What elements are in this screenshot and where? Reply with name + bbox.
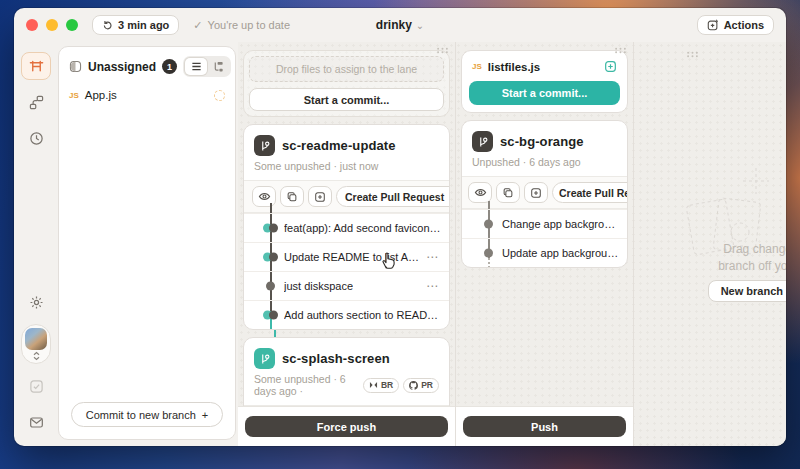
gear-icon	[29, 295, 44, 310]
js-file-icon: JS	[69, 91, 79, 100]
push-button[interactable]: Push	[463, 416, 626, 437]
pr-badge-label: PR	[421, 380, 433, 390]
account-switcher[interactable]	[21, 324, 51, 364]
chevron-updown-icon	[32, 351, 41, 361]
commit-message: Update README to list Anne as primar...	[284, 251, 424, 263]
branch-badge[interactable]: BR	[363, 378, 399, 393]
commit-menu-kebab[interactable]: ⋯	[424, 250, 441, 264]
commit-dot-local-remote	[263, 224, 278, 233]
branch-name: sc-bg-orange	[500, 134, 584, 149]
commit-list: Change app background color t... Update …	[462, 209, 627, 267]
drag-hint-line1: Drag changes	[638, 242, 786, 256]
commit-row[interactable]: feat(app): Add second favicon to web con…	[244, 213, 449, 242]
branches-tab[interactable]	[21, 88, 51, 116]
graph-line-gap	[243, 330, 450, 337]
tasks-button[interactable]	[21, 372, 51, 400]
lane-drag-handle[interactable]	[436, 47, 449, 54]
force-push-button[interactable]: Force push	[245, 416, 448, 437]
lane2-commit-box: JS listfiles.js Start a commit...	[461, 50, 628, 113]
workspace-tab[interactable]	[21, 52, 51, 80]
minimize-window-button[interactable]	[46, 19, 58, 31]
start-commit-button-lane1[interactable]: Start a commit...	[249, 88, 444, 111]
panel-icon	[69, 60, 82, 73]
history-tab[interactable]	[21, 124, 51, 152]
add-dependent-branch-button[interactable]	[524, 182, 548, 203]
list-view-button[interactable]	[185, 58, 207, 75]
commit-message: Update app background color t...	[502, 247, 619, 259]
copy-branch-button[interactable]	[280, 186, 304, 207]
commit-to-new-branch-label: Commit to new branch	[86, 409, 196, 421]
file-name: App.js	[85, 89, 117, 101]
modified-status-icon	[214, 90, 225, 101]
user-avatar	[25, 328, 47, 350]
lane-drag-handle[interactable]	[614, 47, 627, 54]
left-rail	[14, 42, 58, 446]
start-commit-button-lane2[interactable]: Start a commit...	[469, 81, 620, 105]
project-switcher[interactable]: drinky ⌄	[376, 18, 424, 32]
close-window-button[interactable]	[26, 19, 38, 31]
titlebar: 3 min ago ✓ You're up to date drinky ⌄ A…	[14, 8, 786, 42]
main-area: Unassigned 1 JS App.js	[14, 42, 786, 446]
review-eye-button[interactable]	[252, 186, 276, 207]
commit-row[interactable]: Update app background color t...	[462, 238, 627, 267]
branch-action-bar: Create Pull Request ⋯	[244, 180, 449, 213]
create-pull-request-button[interactable]: Create Pull Req...	[552, 182, 628, 203]
feedback-button[interactable]	[21, 408, 51, 436]
js-file-icon: JS	[472, 62, 482, 71]
new-branch-canvas: Drag changes branch off your New branch	[634, 42, 786, 446]
drag-hint-line2: branch off your	[638, 259, 786, 273]
commit-dot-remote	[484, 220, 493, 229]
commit-row[interactable]: just diskspace ⋯	[244, 271, 449, 300]
branch-name: sc-readme-update	[282, 138, 396, 153]
zoom-window-button[interactable]	[66, 19, 78, 31]
actions-button[interactable]: Actions	[697, 15, 774, 35]
app-window: 3 min ago ✓ You're up to date drinky ⌄ A…	[14, 8, 786, 446]
copy-branch-button[interactable]	[496, 182, 520, 203]
branches-icon	[29, 95, 44, 110]
branch-icon	[254, 348, 275, 369]
unassigned-footer: Commit to new branch +	[59, 392, 235, 439]
commit-list: feat(app): Add second favicon to web con…	[244, 213, 449, 329]
commit-to-new-branch-button[interactable]: Commit to new branch +	[71, 402, 223, 427]
lane-drag-handle[interactable]	[686, 51, 699, 58]
file-row-appjs[interactable]: JS App.js	[59, 84, 235, 106]
commit-menu-kebab[interactable]: ⋯	[424, 279, 441, 293]
add-dependent-branch-button[interactable]	[308, 186, 332, 207]
workspace-board: Drop files to assign to the lane Start a…	[238, 42, 786, 446]
branch-meta: Some unpushed · just now	[254, 160, 439, 172]
actions-icon	[707, 19, 719, 31]
branch-card-readme-update: sc-readme-update Some unpushed · just no…	[243, 124, 450, 330]
settings-button[interactable]	[21, 288, 51, 316]
lane1-footer: Force push	[238, 406, 455, 446]
check-square-icon	[29, 379, 44, 394]
branch-card-bg-orange: sc-bg-orange Unpushed · 6 days ago	[461, 120, 628, 268]
graph-line-dotted-tail	[488, 258, 490, 268]
assign-plus-icon[interactable]	[604, 60, 617, 73]
branch-header[interactable]: sc-splash-screen Some unpushed · 6 days …	[244, 338, 449, 405]
refresh-icon	[102, 20, 113, 31]
new-branch-button[interactable]: New branch	[708, 280, 786, 302]
branch-action-bar: Create Pull Req... ⋯	[462, 176, 627, 209]
fetch-time-label: 3 min ago	[118, 19, 169, 31]
sync-status: ✓ You're up to date	[193, 19, 290, 32]
github-icon	[449, 191, 450, 203]
branch-icon	[472, 131, 493, 152]
branch-header[interactable]: sc-bg-orange Unpushed · 6 days ago	[462, 121, 627, 176]
desktop-wallpaper: 3 min ago ✓ You're up to date drinky ⌄ A…	[0, 0, 800, 469]
commit-message: feat(app): Add second favicon to web con…	[284, 222, 441, 234]
pr-badge[interactable]: PR	[403, 378, 439, 393]
review-eye-button[interactable]	[468, 182, 492, 203]
commit-row[interactable]: Add authors section to README file	[244, 300, 449, 329]
assigned-file-row[interactable]: JS listfiles.js	[469, 58, 620, 81]
tree-view-button[interactable]	[207, 58, 229, 75]
project-title: drinky	[376, 18, 412, 32]
commit-row[interactable]: Change app background color t...	[462, 209, 627, 238]
commit-message: Add authors section to README file	[284, 309, 441, 321]
create-pull-request-button[interactable]: Create Pull Request	[336, 186, 450, 207]
branch-header[interactable]: sc-readme-update Some unpushed · just no…	[244, 125, 449, 180]
commit-message: Change app background color t...	[502, 218, 619, 230]
unassigned-count-badge: 1	[162, 59, 177, 74]
fetch-button[interactable]: 3 min ago	[92, 15, 179, 35]
lane-2: JS listfiles.js Start a commit...	[456, 42, 634, 446]
commit-row[interactable]: Update README to list Anne as primar... …	[244, 242, 449, 271]
